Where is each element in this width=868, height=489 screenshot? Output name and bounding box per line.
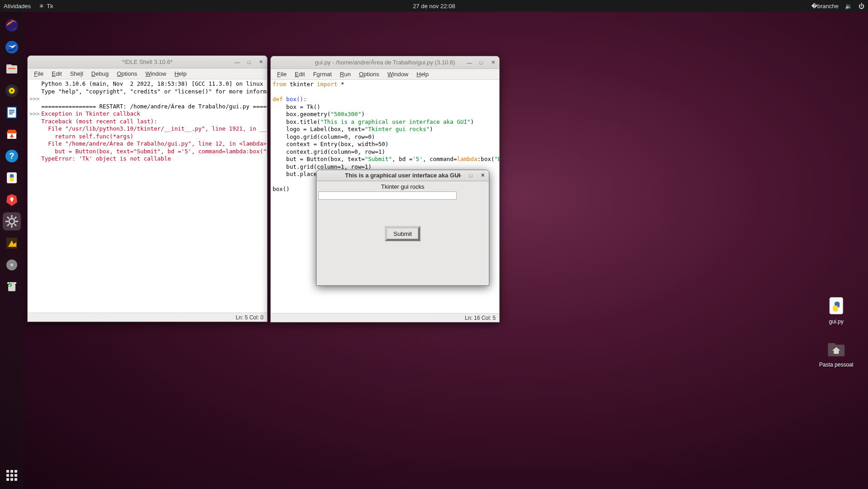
app-menu-label: Tk	[47, 3, 53, 10]
shell-err: File "/usr/lib/python3.10/tkinter/__init…	[41, 125, 267, 133]
svg-line-23	[15, 217, 16, 219]
shell-statusbar: Ln: 5 Col: 0	[28, 313, 267, 322]
maximize-button[interactable]: □	[245, 59, 253, 66]
close-button[interactable]: ✕	[489, 59, 497, 66]
menu-options[interactable]: Options	[113, 69, 141, 78]
menu-window[interactable]: Window	[384, 70, 412, 78]
maximize-button[interactable]: □	[467, 172, 474, 179]
idle-shell-window: *IDLE Shell 3.10.6* — □ ✕ File Edit Shel…	[27, 55, 268, 322]
shell-banner2: Type "help", "copyright", "credits" or "…	[41, 88, 267, 96]
submit-button[interactable]: Submit	[385, 226, 420, 241]
dock-thunderbird[interactable]	[3, 38, 21, 56]
dock-writer[interactable]	[3, 103, 21, 122]
svg-rect-33	[828, 343, 836, 346]
menu-file[interactable]: File	[273, 70, 290, 78]
tk-title: This is a graphical user interface aka G…	[345, 172, 460, 179]
shell-err: Exception in Tkinter callback	[41, 110, 140, 118]
menu-help[interactable]: Help	[171, 69, 190, 78]
desktop-file-gui-py[interactable]: gui.py	[818, 295, 854, 325]
close-button[interactable]: ✕	[257, 59, 264, 66]
desktop-home-folder[interactable]: Pasta pessoal	[818, 338, 854, 368]
menu-file[interactable]: File	[30, 69, 47, 78]
tk-body: Tkinter gui rocks Submit	[317, 181, 489, 285]
menu-debug[interactable]: Debug	[88, 69, 112, 78]
minimize-button[interactable]: —	[466, 59, 473, 66]
shell-err: TypeError: 'Tk' object is not callable	[41, 155, 171, 163]
activities-button[interactable]: Atividades	[4, 3, 31, 10]
gnome-topbar: Atividades ✳ Tk 27 de nov 22:08 �branche…	[0, 0, 868, 12]
editor-statusbar: Ln: 16 Col: 5	[271, 313, 499, 322]
dock-files[interactable]	[3, 60, 21, 78]
dock-help[interactable]: ?	[3, 147, 21, 165]
dock-firefox[interactable]	[3, 16, 21, 34]
menu-options[interactable]: Options	[355, 70, 383, 78]
menu-edit[interactable]: Edit	[48, 69, 65, 78]
dock-rhythmbox[interactable]	[3, 82, 21, 100]
desktop-file-label: gui.py	[829, 318, 844, 325]
shell-banner: Python 3.10.6 (main, Nov 2 2022, 18:53:3…	[41, 80, 263, 88]
svg-rect-9	[9, 110, 15, 111]
svg-point-27	[10, 264, 13, 266]
dock: ?	[0, 12, 24, 489]
dock-python-script[interactable]	[3, 169, 21, 187]
shell-output[interactable]: Python 3.10.6 (main, Nov 2 2022, 18:53:3…	[28, 79, 267, 313]
close-button[interactable]: ✕	[479, 172, 486, 179]
editor-status: Ln: 16 Col: 5	[465, 315, 496, 321]
menu-edit[interactable]: Edit	[291, 70, 308, 78]
shell-restart: ================ RESTART: /home/andre/Ár…	[41, 103, 267, 111]
minimize-button[interactable]: —	[455, 172, 463, 179]
dock-brave[interactable]	[3, 191, 21, 209]
svg-rect-4	[8, 68, 15, 69]
editor-titlebar[interactable]: gui.py - /home/andre/Área de Trabalho/gu…	[271, 56, 499, 69]
editor-title: gui.py - /home/andre/Área de Trabalho/gu…	[315, 59, 455, 66]
svg-rect-3	[6, 64, 12, 67]
menu-window[interactable]: Window	[141, 69, 170, 78]
maximize-button[interactable]: □	[478, 59, 485, 66]
shell-menubar: File Edit Shell Debug Options Window Hel…	[28, 68, 267, 79]
svg-line-21	[7, 217, 9, 219]
svg-rect-10	[9, 112, 15, 112]
tk-entry[interactable]	[318, 191, 457, 200]
desktop-home-label: Pasta pessoal	[819, 362, 853, 368]
tk-titlebar[interactable]: This is a graphical user interface aka G…	[317, 170, 489, 181]
shell-err: return self.func(*args)	[41, 133, 133, 141]
tk-label: Tkinter gui rocks	[317, 181, 489, 191]
tk-app-window: This is a graphical user interface aka G…	[316, 170, 489, 286]
dock-disks[interactable]	[3, 256, 21, 274]
app-menu[interactable]: ✳ Tk	[39, 3, 53, 10]
shell-titlebar[interactable]: *IDLE Shell 3.10.6* — □ ✕	[28, 56, 267, 68]
clock[interactable]: 27 de nov 22:08	[413, 3, 455, 10]
svg-point-16	[9, 219, 15, 224]
shell-err: but = Button(box, text="Submit", bd ='5'…	[41, 148, 267, 156]
power-icon[interactable]: ⏻	[858, 3, 864, 10]
minimize-button[interactable]: —	[234, 59, 241, 66]
menu-run[interactable]: Run	[336, 70, 355, 78]
svg-rect-11	[9, 113, 13, 114]
dock-software[interactable]	[3, 125, 21, 143]
dock-settings[interactable]	[3, 212, 21, 230]
shell-err: Traceback (most recent call last):	[41, 118, 157, 126]
menu-shell[interactable]: Shell	[66, 69, 87, 78]
sound-icon[interactable]: 🔉	[845, 3, 852, 10]
svg-line-24	[7, 224, 9, 226]
svg-line-22	[15, 224, 16, 226]
svg-text:?: ?	[10, 152, 15, 161]
shell-title: *IDLE Shell 3.10.6*	[122, 59, 172, 65]
menu-help[interactable]: Help	[413, 70, 433, 78]
network-icon[interactable]: �branche	[811, 3, 839, 10]
shell-err: File "/home/andre/Área de Trabalho/gui.p…	[41, 140, 267, 148]
tk-icon: ✳	[39, 3, 44, 10]
editor-menubar: File Edit Format Run Options Window Help	[271, 69, 499, 80]
dock-draw[interactable]	[3, 234, 21, 252]
svg-point-7	[11, 90, 13, 92]
shell-status: Ln: 5 Col: 0	[236, 314, 263, 321]
show-applications[interactable]	[3, 466, 21, 484]
menu-format[interactable]: Format	[309, 70, 335, 78]
dock-trash[interactable]	[3, 278, 21, 296]
